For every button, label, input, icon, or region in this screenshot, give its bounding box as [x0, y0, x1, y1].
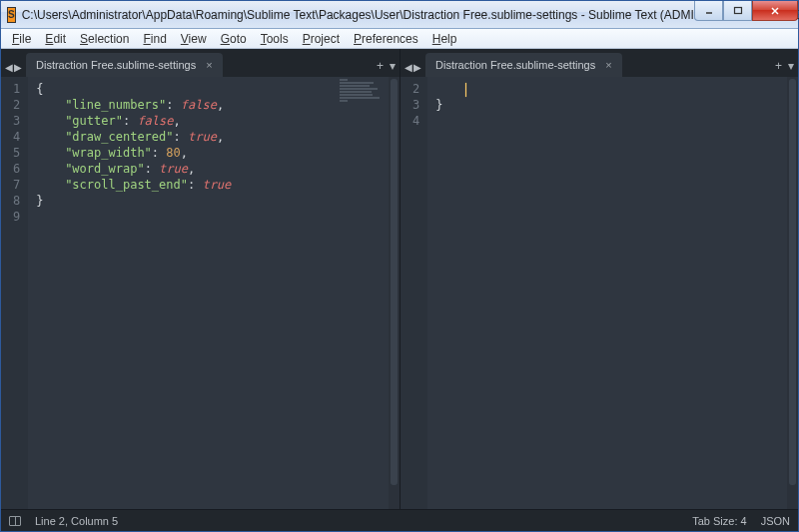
menu-preferences[interactable]: Preferences: [347, 30, 425, 48]
vertical-scrollbar[interactable]: [787, 77, 798, 509]
maximize-button[interactable]: [723, 1, 752, 21]
title-bar[interactable]: S C:\Users\Administrator\AppData\Roaming…: [1, 1, 798, 29]
window-title: C:\Users\Administrator\AppData\Roaming\S…: [22, 8, 799, 22]
syntax-button[interactable]: JSON: [761, 515, 790, 527]
svg-rect-1: [734, 7, 741, 13]
tab-label: Distraction Free.sublime-settings: [36, 59, 196, 71]
cursor-position: Line 2, Column 5: [35, 515, 118, 527]
status-bar: Line 2, Column 5 Tab Size: 4 JSON: [1, 509, 798, 531]
file-tab[interactable]: Distraction Free.sublime-settings×: [425, 53, 622, 77]
menu-help[interactable]: Help: [425, 30, 464, 48]
menu-bar: FileEditSelectionFindViewGotoToolsProjec…: [1, 29, 798, 49]
tab-menu-icon[interactable]: ▾: [390, 59, 396, 73]
scrollbar-thumb[interactable]: [789, 79, 796, 485]
code-editor[interactable]: 123456789{ "line_numbers": false, "gutte…: [1, 77, 400, 509]
tab-close-icon[interactable]: ×: [206, 59, 212, 71]
minimize-button[interactable]: [694, 1, 723, 21]
code-content[interactable]: }: [427, 77, 466, 509]
minimap[interactable]: [340, 79, 388, 103]
nav-forward-icon[interactable]: ▶: [14, 62, 22, 73]
menu-project[interactable]: Project: [296, 30, 347, 48]
scrollbar-thumb[interactable]: [391, 79, 398, 485]
close-button[interactable]: [752, 1, 798, 21]
tab-label: Distraction Free.sublime-settings: [435, 59, 595, 71]
tab-size-button[interactable]: Tab Size: 4: [692, 515, 746, 527]
menu-view[interactable]: View: [174, 30, 214, 48]
line-gutter: 123456789: [1, 77, 28, 509]
code-editor[interactable]: 234 }: [400, 77, 798, 509]
menu-goto[interactable]: Goto: [214, 30, 254, 48]
nav-forward-icon[interactable]: ▶: [413, 62, 421, 73]
pane-1: ◀▶Distraction Free.sublime-settings×+▾23…: [400, 49, 798, 509]
editor-area: ◀▶Distraction Free.sublime-settings×+▾12…: [1, 49, 798, 509]
new-tab-icon[interactable]: +: [377, 59, 384, 73]
window-controls: [694, 1, 798, 21]
nav-back-icon[interactable]: ◀: [404, 62, 412, 73]
tab-menu-icon[interactable]: ▾: [788, 59, 794, 73]
tab-bar: ◀▶Distraction Free.sublime-settings×+▾: [1, 49, 400, 77]
line-gutter: 234: [400, 77, 427, 509]
tab-bar: ◀▶Distraction Free.sublime-settings×+▾: [400, 49, 798, 77]
menu-find[interactable]: Find: [136, 30, 173, 48]
menu-edit[interactable]: Edit: [38, 30, 73, 48]
text-cursor: [465, 83, 466, 97]
menu-tools[interactable]: Tools: [254, 30, 296, 48]
app-icon: S: [7, 7, 16, 23]
menu-file[interactable]: File: [5, 30, 38, 48]
menu-selection[interactable]: Selection: [73, 30, 136, 48]
tab-close-icon[interactable]: ×: [605, 59, 611, 71]
vertical-scrollbar[interactable]: [389, 77, 400, 509]
nav-back-icon[interactable]: ◀: [5, 62, 13, 73]
file-tab[interactable]: Distraction Free.sublime-settings×: [26, 53, 223, 77]
code-content[interactable]: { "line_numbers": false, "gutter": false…: [28, 77, 231, 509]
app-window: S C:\Users\Administrator\AppData\Roaming…: [0, 0, 799, 532]
pane-0: ◀▶Distraction Free.sublime-settings×+▾12…: [1, 49, 400, 509]
panel-switch-icon[interactable]: [9, 516, 21, 526]
new-tab-icon[interactable]: +: [775, 59, 782, 73]
